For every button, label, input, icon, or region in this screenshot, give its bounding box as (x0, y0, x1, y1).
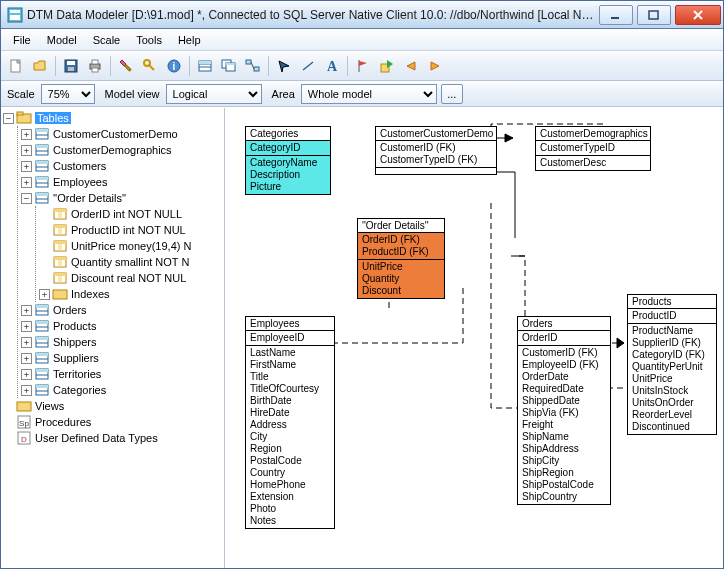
menu-help[interactable]: Help (170, 32, 209, 48)
svg-rect-34 (36, 129, 48, 132)
entity-categories[interactable]: Categories CategoryID CategoryName Descr… (245, 126, 331, 195)
expander-icon[interactable]: + (21, 337, 32, 348)
tree-table-item[interactable]: +Shippers (21, 334, 222, 350)
text-icon[interactable]: A (321, 55, 343, 77)
table-copy-icon[interactable] (218, 55, 240, 77)
wrench-icon[interactable] (139, 55, 161, 77)
svg-rect-50 (58, 209, 62, 219)
entity-pk: ProductID (628, 309, 716, 324)
tree-table-item[interactable]: +CustomerDemographics (21, 142, 222, 158)
table-icon (34, 318, 50, 334)
hammer-icon[interactable] (115, 55, 137, 77)
tree-label: Categories (53, 384, 106, 396)
export-icon[interactable] (376, 55, 398, 77)
close-button[interactable] (675, 5, 721, 25)
tree-table-item[interactable]: +Employees (21, 174, 222, 190)
info-icon[interactable]: i (163, 55, 185, 77)
tree-panel[interactable]: − Tables +CustomerCustomerDemo+CustomerD… (1, 108, 225, 568)
tree-table-item[interactable]: +CustomerCustomerDemo (21, 126, 222, 142)
relation-icon[interactable] (242, 55, 264, 77)
tree-table-item[interactable]: +Orders (21, 302, 222, 318)
svg-rect-43 (36, 177, 48, 180)
new-icon[interactable] (5, 55, 27, 77)
expander-icon[interactable]: + (21, 305, 32, 316)
tree-procedures[interactable]: Sp Procedures (3, 414, 222, 430)
tree-label: CustomerDemographics (53, 144, 172, 156)
menu-scale[interactable]: Scale (85, 32, 129, 48)
modelview-select[interactable]: Logical (166, 84, 262, 104)
svg-marker-94 (617, 338, 624, 348)
menu-model[interactable]: Model (39, 32, 85, 48)
expander-icon[interactable]: − (3, 113, 14, 124)
entity-order-details[interactable]: ''Order Details'' OrderID (FK) ProductID… (357, 218, 445, 299)
svg-rect-63 (53, 290, 67, 299)
svg-rect-82 (17, 402, 31, 411)
tree-table-item[interactable]: +Products (21, 318, 222, 334)
line-icon[interactable] (297, 55, 319, 77)
expander-icon[interactable]: + (21, 145, 32, 156)
expander-icon[interactable]: + (21, 161, 32, 172)
expander-icon[interactable]: + (21, 353, 32, 364)
open-icon[interactable] (29, 55, 51, 77)
minimize-button[interactable] (599, 5, 633, 25)
svg-rect-77 (36, 369, 48, 372)
tree-column-item[interactable]: ProductID int NOT NUL (39, 222, 222, 238)
area-browse-button[interactable]: ... (441, 84, 463, 104)
expander-icon[interactable]: + (39, 289, 50, 300)
menu-file[interactable]: File (5, 32, 39, 48)
tree-column-item[interactable]: UnitPrice money(19,4) N (39, 238, 222, 254)
svg-rect-14 (148, 63, 155, 70)
tree-column-item[interactable]: OrderID int NOT NULL (39, 206, 222, 222)
tree-udt[interactable]: D User Defined Data Types (3, 430, 222, 446)
entity-products[interactable]: Products ProductID ProductNameSupplierID… (627, 294, 717, 435)
area-select[interactable]: Whole model (301, 84, 437, 104)
svg-rect-56 (58, 241, 62, 251)
entity-customer-customer-demo[interactable]: CustomerCustomerDemo CustomerID (FK) Cus… (375, 126, 497, 175)
tree-table-item[interactable]: +Customers (21, 158, 222, 174)
tree-column-item[interactable]: Quantity smallint NOT N (39, 254, 222, 270)
tree-label: ProductID int NOT NUL (71, 224, 186, 236)
entity-employees[interactable]: Employees EmployeeID LastNameFirstNameTi… (245, 316, 335, 529)
arrow-icon[interactable] (273, 55, 295, 77)
tree-column-item[interactable]: Discount real NOT NUL (39, 270, 222, 286)
tree-root-tables[interactable]: − Tables (3, 110, 222, 126)
window-controls (597, 5, 723, 25)
svg-rect-53 (58, 225, 62, 235)
procedure-icon: Sp (16, 414, 32, 430)
expander-icon[interactable]: + (21, 369, 32, 380)
expander-icon[interactable]: − (21, 193, 32, 204)
diagram-panel[interactable]: Categories CategoryID CategoryName Descr… (225, 108, 723, 568)
save-icon[interactable] (60, 55, 82, 77)
tree-table-item[interactable]: +Categories (21, 382, 222, 398)
expander-icon[interactable]: + (21, 129, 32, 140)
tree-table-item[interactable]: −''Order Details'' (21, 190, 222, 206)
tree-label: Employees (53, 176, 107, 188)
app-icon (7, 7, 23, 23)
tree-label: Customers (53, 160, 106, 172)
tree-table-item[interactable]: +Suppliers (21, 350, 222, 366)
entity-orders[interactable]: Orders OrderID CustomerID (FK)EmployeeID… (517, 316, 611, 505)
app-window: DTM Data Modeler [D:\91.mod] *, Connecte… (0, 0, 724, 569)
entity-customer-demographics[interactable]: CustomerDemographics CustomerTypeID Cust… (535, 126, 651, 171)
entity-pk: CustomerID (FK) CustomerTypeID (FK) (376, 141, 496, 168)
expander-icon[interactable]: + (21, 177, 32, 188)
tree-table-item[interactable]: +Territories (21, 366, 222, 382)
arrow-right-icon[interactable] (424, 55, 446, 77)
print-icon[interactable] (84, 55, 106, 77)
expander-icon[interactable]: + (21, 321, 32, 332)
entity-body (376, 168, 496, 174)
menu-tools[interactable]: Tools (128, 32, 170, 48)
column-icon (52, 222, 68, 238)
entity-title: Orders (518, 317, 610, 331)
table-icon[interactable] (194, 55, 216, 77)
flag-icon[interactable] (352, 55, 374, 77)
svg-rect-65 (36, 305, 48, 308)
diagram-canvas[interactable]: Categories CategoryID CategoryName Descr… (225, 108, 723, 568)
expander-icon[interactable]: + (21, 385, 32, 396)
scale-select[interactable]: 75% (41, 84, 95, 104)
arrow-left-icon[interactable] (400, 55, 422, 77)
tree-views[interactable]: Views (3, 398, 222, 414)
maximize-button[interactable] (637, 5, 671, 25)
svg-rect-7 (67, 61, 75, 65)
tree-indexes[interactable]: +Indexes (39, 286, 222, 302)
